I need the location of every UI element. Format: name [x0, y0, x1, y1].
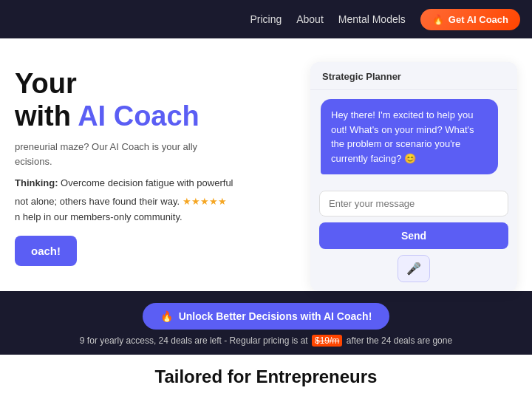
chat-input[interactable]	[319, 191, 508, 216]
hero-title: Your with AI Coach	[15, 68, 293, 132]
footer-heading: Tailored for Entrepreneurs	[18, 366, 514, 387]
chat-header: Strategic Planner	[310, 62, 517, 90]
hero-title-highlight: AI Coach	[78, 100, 200, 132]
chat-send-button[interactable]: Send	[319, 222, 508, 249]
banner-cta-button[interactable]: 🔥 Unlock Better Decisions with AI Coach!	[143, 303, 390, 330]
chat-mic-button[interactable]: 🎤	[398, 255, 430, 282]
nav-about[interactable]: About	[296, 13, 324, 25]
chat-bubble: Hey there! I'm excited to help you out! …	[321, 99, 498, 174]
nav-pricing[interactable]: Pricing	[250, 13, 282, 25]
mic-icon: 🎤	[406, 262, 421, 276]
banner-cta-label: Unlock Better Decisions with AI Coach!	[179, 310, 372, 322]
hero-community: n help in our members-only community.	[15, 211, 293, 222]
fire-icon: 🔥	[432, 14, 444, 25]
banner-pricing-text: 9 for yearly access, 24 deals are left -…	[80, 335, 452, 346]
footer-teaser: Tailored for Entrepreneurs	[0, 355, 532, 390]
nav-cta-button[interactable]: 🔥 Get AI Coach	[420, 9, 520, 30]
nav-mental-models[interactable]: Mental Models	[338, 13, 406, 25]
chat-widget: Strategic Planner Hey there! I'm excited…	[310, 62, 517, 291]
hero-subtitle: preneurial maze? Our AI Coach is your al…	[15, 140, 293, 168]
hero-feature: Thinking: Overcome decision fatigue with…	[15, 177, 293, 188]
nav-cta-label: Get AI Coach	[449, 14, 508, 25]
chat-footer: Send 🎤	[310, 183, 517, 291]
chat-body: Hey there! I'm excited to help you out! …	[310, 90, 517, 183]
banner-strike-price: $19/m	[312, 335, 342, 347]
star-rating: ★★★★★	[183, 196, 227, 207]
banner-fire-icon: 🔥	[160, 310, 173, 322]
hero-cta-button[interactable]: oach!	[15, 236, 77, 266]
hero-left: Your with AI Coach preneurial maze? Our …	[15, 62, 293, 291]
bottom-banner: 🔥 Unlock Better Decisions with AI Coach!…	[0, 291, 532, 355]
hero-title-line2: with AI Coach	[15, 100, 293, 133]
hero-title-line1: Your	[15, 68, 293, 100]
hero-social-proof: not alone; others have found their way. …	[15, 196, 293, 207]
navbar: Pricing About Mental Models 🔥 Get AI Coa…	[0, 0, 532, 38]
hero-section: Your with AI Coach preneurial maze? Our …	[0, 38, 532, 291]
